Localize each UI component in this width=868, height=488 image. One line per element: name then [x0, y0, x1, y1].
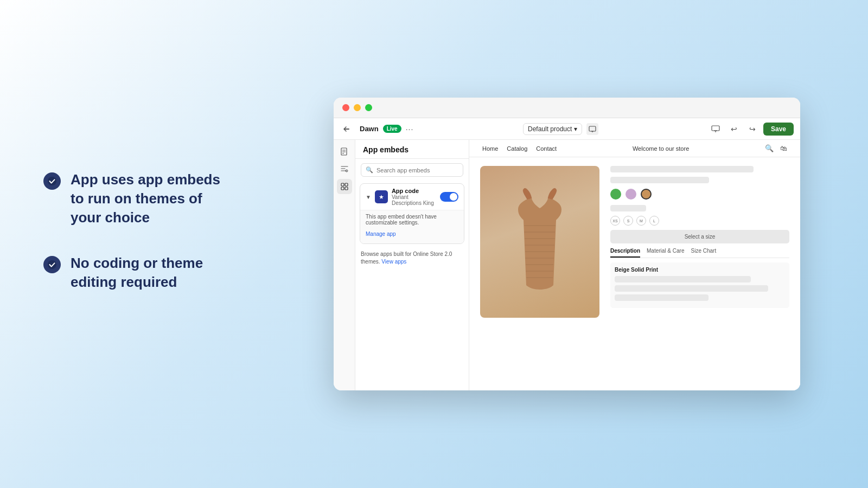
view-apps-link[interactable]: View apps	[381, 259, 406, 265]
viewport-icon[interactable]	[586, 123, 598, 135]
app-embed-title: App code Variant Descriptions King	[392, 188, 436, 206]
more-options-button[interactable]: ···	[406, 125, 414, 133]
nav-home[interactable]: Home	[482, 145, 498, 152]
product-title-skeleton	[610, 166, 754, 172]
editor-area: App embeds 🔍 ▼ ★ App code Variant Descri…	[334, 140, 800, 390]
nav-contact[interactable]: Contact	[536, 145, 557, 152]
desktop-view-icon[interactable]	[708, 121, 723, 137]
app-embed-toggle[interactable]	[440, 192, 458, 202]
swatch-tan[interactable]	[641, 189, 652, 200]
sidebar-icons	[334, 140, 355, 390]
app-bar: Dawn Live ··· Default product ▾	[334, 118, 800, 140]
app-embed-item: ▼ ★ App code Variant Descriptions King	[360, 183, 464, 244]
feature-item-1: App uses app embeds to run on themes of …	[43, 170, 222, 227]
tab-content-title: Beige Solid Print	[615, 267, 785, 273]
desc-skeleton-1	[615, 276, 751, 282]
cart-icon[interactable]: 🛍	[780, 144, 787, 152]
back-icon[interactable]	[340, 121, 355, 137]
maximize-button[interactable]	[365, 104, 372, 111]
size-select-button[interactable]: Select a size	[610, 230, 789, 243]
feature-text-2: No coding or theme editing required	[71, 254, 222, 292]
product-area: XS S M L Select a size Description Mater…	[469, 157, 800, 326]
browse-apps-text: Browse apps built for Online Store 2.0 t…	[355, 246, 469, 268]
size-s[interactable]: S	[623, 216, 633, 226]
browser-window: Dawn Live ··· Default product ▾	[334, 98, 800, 390]
app-embed-name: App code	[392, 188, 436, 194]
panel-header: App embeds	[355, 140, 469, 159]
svg-point-1	[48, 260, 56, 268]
desc-skeleton-3	[615, 294, 709, 301]
tab-size-chart[interactable]: Size Chart	[691, 248, 716, 258]
close-button[interactable]	[342, 104, 349, 111]
svg-rect-17	[345, 187, 348, 190]
app-embed-body: This app embed doesn't have customizable…	[360, 210, 464, 243]
app-bar-left: Dawn Live ···	[340, 121, 413, 137]
desc-skeleton-2	[615, 285, 768, 292]
save-button[interactable]: Save	[763, 123, 794, 136]
no-settings-text: This app embed doesn't have customizable…	[366, 214, 458, 226]
swatch-green[interactable]	[610, 189, 621, 200]
sidebar-icon-apps[interactable]	[337, 179, 352, 194]
color-label-skeleton	[610, 205, 646, 211]
search-store-icon[interactable]: 🔍	[765, 144, 774, 152]
app-icon-box: ★	[375, 190, 388, 203]
size-options: XS S M L	[610, 216, 789, 226]
size-xs[interactable]: XS	[610, 216, 620, 226]
feature-text-1: App uses app embeds to run on themes of …	[71, 170, 222, 227]
sidebar-icon-sections[interactable]	[337, 162, 352, 177]
minimize-button[interactable]	[354, 104, 361, 111]
nav-catalog[interactable]: Catalog	[507, 145, 527, 152]
product-image	[480, 166, 599, 318]
product-details: XS S M L Select a size Description Mater…	[599, 166, 789, 318]
tab-description[interactable]: Description	[610, 248, 640, 258]
app-embed-subtitle: Variant Descriptions King	[392, 194, 436, 206]
feature-item-2: No coding or theme editing required	[43, 254, 222, 292]
search-input[interactable]	[376, 167, 458, 174]
swatch-lilac[interactable]	[626, 189, 636, 200]
store-preview: Home Catalog Contact Welcome to our stor…	[469, 140, 800, 390]
check-icon-2	[43, 256, 61, 273]
product-dropdown[interactable]: Default product ▾	[523, 123, 582, 135]
svg-rect-16	[341, 187, 344, 190]
store-header: Home Catalog Contact Welcome to our stor…	[469, 140, 800, 157]
editor-left-panel: App embeds 🔍 ▼ ★ App code Variant Descri…	[355, 140, 469, 390]
manage-app-link[interactable]: Manage app	[366, 231, 396, 237]
sidebar-icon-pages[interactable]	[337, 144, 352, 159]
store-action-icons: 🔍 🛍	[765, 144, 787, 152]
undo-button[interactable]: ↩	[726, 121, 742, 137]
app-bar-right: ↩ ↪ Save	[708, 121, 794, 137]
search-icon: 🔍	[366, 166, 373, 174]
size-m[interactable]: M	[636, 216, 646, 226]
store-title: Welcome to our store	[633, 145, 689, 152]
size-l[interactable]: L	[649, 216, 659, 226]
browser-wrapper: Dawn Live ··· Default product ▾	[266, 87, 868, 401]
features-panel: App uses app embeds to run on themes of …	[0, 138, 266, 350]
store-nav: Home Catalog Contact	[482, 145, 557, 152]
live-badge: Live	[383, 125, 401, 133]
app-bar-center: Default product ▾	[418, 123, 704, 135]
svg-rect-3	[589, 126, 596, 131]
app-embed-header[interactable]: ▼ ★ App code Variant Descriptions King	[360, 184, 464, 210]
app-icon: ★	[379, 194, 384, 201]
svg-rect-15	[345, 183, 348, 186]
chevron-icon: ▼	[366, 194, 371, 200]
color-swatches	[610, 189, 789, 200]
toggle-knob	[450, 193, 457, 201]
title-bar	[334, 98, 800, 118]
tab-content: Beige Solid Print	[610, 262, 789, 308]
svg-rect-14	[341, 183, 344, 186]
chevron-down-icon: ▾	[574, 125, 577, 133]
preview-area: Home Catalog Contact Welcome to our stor…	[469, 140, 800, 390]
product-tabs: Description Material & Care Size Chart	[610, 248, 789, 258]
tab-skeletons	[615, 276, 785, 301]
svg-point-0	[48, 177, 56, 185]
product-price-skeleton	[610, 177, 709, 183]
check-icon-1	[43, 172, 61, 190]
product-image-inner	[480, 166, 599, 318]
theme-name: Dawn	[360, 125, 379, 133]
redo-button[interactable]: ↪	[745, 121, 760, 137]
svg-rect-6	[712, 126, 719, 131]
search-box[interactable]: 🔍	[361, 163, 463, 177]
tab-material[interactable]: Material & Care	[647, 248, 684, 258]
